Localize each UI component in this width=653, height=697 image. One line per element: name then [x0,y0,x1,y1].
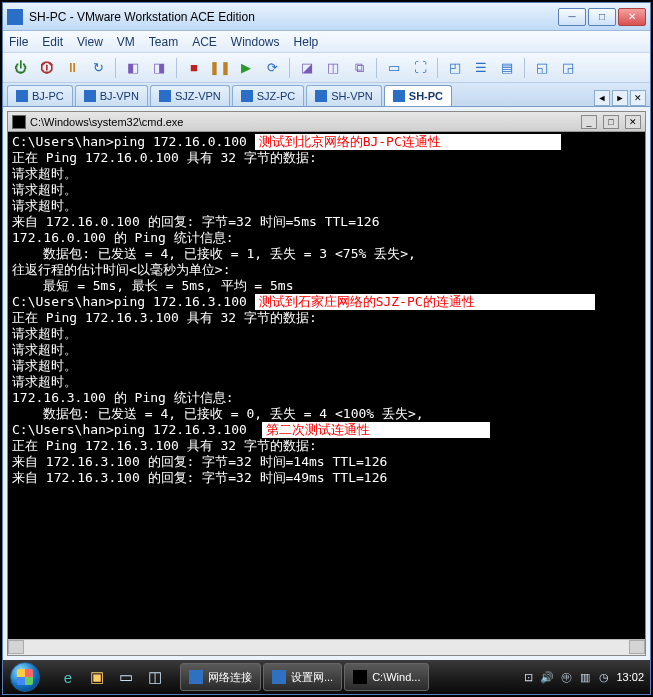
cmd-line: 最短 = 5ms, 最长 = 5ms, 平均 = 5ms [12,278,641,294]
tab-bj-pc[interactable]: BJ-PC [7,85,73,106]
toolbar-poweron-icon[interactable]: ⏻ [9,57,31,79]
toolbar-reset-icon[interactable]: ↻ [87,57,109,79]
quick-launch: e ▣ ▭ ◫ [49,664,174,690]
tab-close-button[interactable]: ✕ [630,90,646,106]
cmd-line: 正在 Ping 172.16.3.100 具有 32 字节的数据: [12,310,641,326]
tab-sh-pc[interactable]: SH-PC [384,85,452,106]
ie-icon[interactable]: e [55,664,81,690]
toolbar-summary-icon[interactable]: ☰ [470,57,492,79]
menu-vm[interactable]: VM [117,35,135,49]
tray-network-icon[interactable]: ⊡ [521,670,535,684]
cmd-line: 请求超时。 [12,358,641,374]
scroll-track[interactable] [24,640,629,655]
app-icon [7,9,23,25]
start-button[interactable] [3,660,47,694]
window-buttons: ─ □ ✕ [558,8,646,26]
close-button[interactable]: ✕ [618,8,646,26]
cmd-text: 来自 172.16.0.100 的回复: 字节=32 时间=5ms TTL=12… [12,214,379,230]
window-title: SH-PC - VMware Workstation ACE Edition [29,10,558,24]
cmd-text: 172.16.3.100 的 Ping 统计信息: [12,390,234,406]
toolbar-suspend-icon[interactable]: ⏸ [61,57,83,79]
cmd-text: 正在 Ping 172.16.3.100 具有 32 字节的数据: [12,310,317,326]
cmd-text: 最短 = 5ms, 最长 = 5ms, 平均 = 5ms [12,278,294,294]
annotation: 测试到北京网络的BJ-PC连通性 [255,134,561,150]
vm-icon [241,90,253,102]
toolbar-stop-icon[interactable]: ■ [183,57,205,79]
cmd-close-button[interactable]: ✕ [625,115,641,129]
toolbar-unity-icon[interactable]: ◰ [444,57,466,79]
cmd-text: 请求超时。 [12,358,77,374]
menu-help[interactable]: Help [294,35,319,49]
cmd-maximize-button[interactable]: □ [603,115,619,129]
cmd-text: 请求超时。 [12,342,77,358]
toolbar-clone-icon[interactable]: ⧉ [348,57,370,79]
cmd-text: 数据包: 已发送 = 4, 已接收 = 0, 丢失 = 4 <100% 丢失>, [12,406,424,422]
showdesktop-icon[interactable]: ▭ [113,664,139,690]
tab-sjz-pc[interactable]: SJZ-PC [232,85,305,106]
cmd-line: 往返行程的估计时间<以毫秒为单位>: [12,262,641,278]
cmd-hscroll[interactable] [8,639,645,655]
menubar: File Edit View VM Team ACE Windows Help [3,31,650,53]
toolbar-sidebar-icon[interactable]: ◲ [557,57,579,79]
toolbar-revert-icon[interactable]: ◨ [148,57,170,79]
tab-bj-vpn[interactable]: BJ-VPN [75,85,148,106]
menu-view[interactable]: View [77,35,103,49]
tray-misc-icon[interactable]: ◷ [597,670,611,684]
cmd-text: 请求超时。 [12,198,77,214]
cmd-text: 请求超时。 [12,374,77,390]
scroll-left-button[interactable] [8,640,24,654]
toolbar-showdesktop-icon[interactable]: ▭ [383,57,405,79]
task-network-setup[interactable]: 设置网... [263,663,342,691]
cmd-line: 请求超时。 [12,374,641,390]
cmd-line: 正在 Ping 172.16.0.100 具有 32 字节的数据: [12,150,641,166]
toolbar-pause-icon[interactable]: ❚❚ [209,57,231,79]
tray-ime-icon[interactable]: ▥ [578,670,592,684]
cmd-line: 数据包: 已发送 = 4, 已接收 = 0, 丢失 = 4 <100% 丢失>, [12,406,641,422]
task-cmd[interactable]: C:\Wind... [344,663,429,691]
cmd-output[interactable]: C:\Users\han>ping 172.16.0.100 测试到北京网络的B… [8,132,645,639]
toolbar-fullscreen-icon[interactable]: ⛶ [409,57,431,79]
minimize-button[interactable]: ─ [558,8,586,26]
cmd-text: C:\Users\han>ping 172.16.3.100 [12,294,255,310]
toolbar-snapshot2-icon[interactable]: ◪ [296,57,318,79]
cmd-titlebar: C:\Windows\system32\cmd.exe _ □ ✕ [8,112,645,132]
toolbar-snapshot-icon[interactable]: ◧ [122,57,144,79]
menu-edit[interactable]: Edit [42,35,63,49]
cmd-text: C:\Users\han>ping 172.16.3.100 [12,422,262,438]
vm-icon [159,90,171,102]
vmware-window: SH-PC - VMware Workstation ACE Edition ─… [2,2,651,695]
cmd-text: 数据包: 已发送 = 4, 已接收 = 1, 丢失 = 3 <75% 丢失>, [12,246,416,262]
cmd-text: 请求超时。 [12,166,77,182]
menu-file[interactable]: File [9,35,28,49]
switch-icon[interactable]: ◫ [142,664,168,690]
vm-icon [315,90,327,102]
cmd-icon [12,115,26,129]
tab-sjz-vpn[interactable]: SJZ-VPN [150,85,230,106]
tab-prev-button[interactable]: ◄ [594,90,610,106]
toolbar-play-icon[interactable]: ▶ [235,57,257,79]
tray-sound-icon[interactable]: 🔊 [540,670,554,684]
toolbar-snapmgr-icon[interactable]: ◫ [322,57,344,79]
toolbar-record-icon[interactable]: ⟳ [261,57,283,79]
menu-ace[interactable]: ACE [192,35,217,49]
toolbar-quick-icon[interactable]: ◱ [531,57,553,79]
explorer-icon[interactable]: ▣ [84,664,110,690]
toolbar-poweroff-icon[interactable]: ⏼ [35,57,57,79]
task-network-connections[interactable]: 网络连接 [180,663,261,691]
menu-team[interactable]: Team [149,35,178,49]
toolbar: ⏻ ⏼ ⏸ ↻ ◧ ◨ ■ ❚❚ ▶ ⟳ ◪ ◫ ⧉ ▭ ⛶ ◰ ☰ ▤ ◱ ◲ [3,53,650,83]
cmd-minimize-button[interactable]: _ [581,115,597,129]
tab-next-button[interactable]: ► [612,90,628,106]
tab-sh-vpn[interactable]: SH-VPN [306,85,382,106]
menu-windows[interactable]: Windows [231,35,280,49]
cmd-line: 请求超时。 [12,326,641,342]
tray-clock[interactable]: 13:02 [616,671,644,683]
cmd-text: 往返行程的估计时间<以毫秒为单位>: [12,262,230,278]
settings-icon [272,670,286,684]
cmd-text: 正在 Ping 172.16.3.100 具有 32 字节的数据: [12,438,317,454]
scroll-right-button[interactable] [629,640,645,654]
toolbar-console-icon[interactable]: ▤ [496,57,518,79]
cmd-text: 正在 Ping 172.16.0.100 具有 32 字节的数据: [12,150,317,166]
tray-lang-icon[interactable]: ㊥ [559,670,573,684]
maximize-button[interactable]: □ [588,8,616,26]
